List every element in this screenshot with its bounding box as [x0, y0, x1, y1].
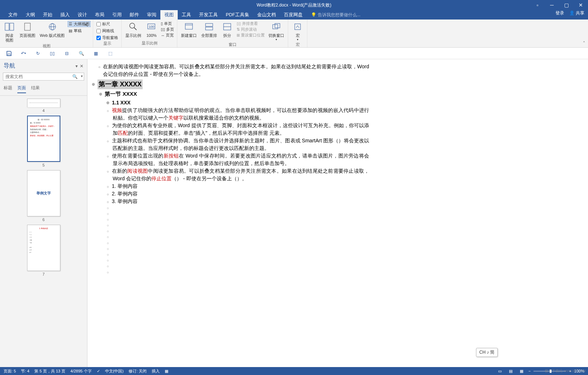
- collapse-icon[interactable]: ⊕: [91, 82, 95, 87]
- page-icon: [22, 21, 33, 33]
- ribbon-group-window: 新建窗口 全部重排 拆分 ▯▯并排查看 ⇅同步滚动 ⊞重设窗口位置 切换窗口 ▾…: [177, 20, 288, 47]
- minimize-icon[interactable]: ─: [545, 0, 559, 10]
- nav-options-icon[interactable]: ▾: [75, 64, 78, 69]
- undo-icon[interactable]: ↶▾: [20, 49, 27, 57]
- status-words[interactable]: 4/2895 个字: [70, 368, 92, 374]
- zoom-out-icon[interactable]: −: [528, 369, 531, 373]
- save-icon[interactable]: [5, 49, 13, 57]
- tab-kingsoft[interactable]: 金山文档: [253, 10, 280, 20]
- ruler-checkbox[interactable]: 标尺: [95, 21, 119, 27]
- status-section[interactable]: 节: 4: [21, 368, 29, 374]
- tell-me-search[interactable]: 💡 告诉我您想要做什么...: [311, 10, 360, 20]
- single-page-button[interactable]: ▯单页: [160, 21, 175, 26]
- login-link[interactable]: 登录: [555, 10, 564, 16]
- split-icon: [221, 21, 233, 33]
- thumb-page-6[interactable]: 举例文字 6: [27, 170, 60, 222]
- thumb-page-7[interactable]: 1.举例内容 • 一• 二• 三• 四• 五 a bc de f 7: [27, 225, 60, 276]
- tab-file[interactable]: 文件: [4, 10, 22, 20]
- document-area[interactable]: ○在新的阅读视图中阅读更加容易。可以折叠文档某些部分并关注所需文本。如果在达到结…: [87, 59, 588, 367]
- svg-point-6: [130, 23, 135, 28]
- ribbon-group-views: 阅读 视图 页面视图 Web 版式视图 ☰ 大纲视图 ↖ ▤ 草稿: [0, 20, 93, 47]
- nav-close-icon[interactable]: ✕: [80, 64, 83, 69]
- share-button[interactable]: 👤 共享: [569, 10, 584, 16]
- status-page-of[interactable]: 第 5 页，共 13 页: [34, 368, 65, 374]
- tab-review[interactable]: 审阅: [143, 10, 160, 20]
- switch-window-button[interactable]: 切换窗口 ▾: [267, 20, 286, 42]
- page-width-button[interactable]: ↔页宽: [160, 33, 175, 38]
- ribbon-options-icon[interactable]: ▫: [530, 0, 545, 10]
- nav-tab-headings[interactable]: 标题: [4, 85, 12, 93]
- zoom-in-icon[interactable]: +: [569, 369, 571, 373]
- navpane-checkbox[interactable]: 导航窗格: [95, 35, 119, 41]
- outline-icon: ☰: [69, 22, 72, 26]
- zoom-button[interactable]: 显示比例: [124, 20, 143, 39]
- status-record-icon[interactable]: ▦: [165, 369, 168, 374]
- svg-line-7: [134, 27, 137, 30]
- collapse-icon[interactable]: ⊕: [105, 100, 110, 105]
- object-icon[interactable]: ⬚: [106, 49, 114, 57]
- search-icon[interactable]: 🔍: [72, 74, 78, 79]
- reading-view-button[interactable]: 阅读 视图: [2, 20, 17, 43]
- insert-chart-icon[interactable]: ▦: [92, 49, 100, 57]
- globe-icon: [47, 21, 58, 33]
- single-page-icon: ▯: [161, 21, 163, 26]
- multi-page-button[interactable]: ▯▯多页: [160, 27, 175, 32]
- reset-window-button: ⊞重设窗口位置: [236, 33, 265, 38]
- nav-tab-pages[interactable]: 页面: [17, 85, 26, 93]
- thumb-page-5[interactable]: 第一章 XXXXX 第一节 XXXX 视频提供了功能强大…关键字… 为使你的文档…: [27, 116, 60, 167]
- web-layout-icon[interactable]: ▦: [518, 368, 526, 374]
- status-spellcheck-icon[interactable]: ✓: [97, 369, 100, 374]
- tab-tools[interactable]: 工具: [178, 10, 195, 20]
- collapse-ribbon-icon[interactable]: ˄: [583, 41, 585, 46]
- columns-icon[interactable]: ▯▯: [48, 49, 56, 57]
- new-window-button[interactable]: 新建窗口: [180, 20, 198, 39]
- tab-design[interactable]: 设计: [74, 10, 91, 20]
- tab-insert[interactable]: 插入: [56, 10, 74, 20]
- gridlines-checkbox[interactable]: 网格线: [95, 28, 119, 34]
- tab-references[interactable]: 引用: [108, 10, 126, 20]
- tab-view[interactable]: 视图: [160, 10, 178, 20]
- tab-layout[interactable]: 布局: [91, 10, 108, 20]
- svg-rect-10: [185, 23, 193, 29]
- status-track[interactable]: 修订: 关闭: [129, 368, 147, 374]
- arrange-all-button[interactable]: 全部重排: [200, 20, 219, 39]
- rows-icon[interactable]: ⊟: [63, 49, 71, 57]
- tab-outline[interactable]: 大纲: [22, 10, 39, 20]
- zoom-100-button[interactable]: 100 100%: [144, 20, 159, 39]
- arrange-icon: [203, 21, 215, 33]
- draft-view-button[interactable]: ▤ 草稿: [68, 28, 91, 34]
- svg-rect-2: [25, 23, 30, 30]
- ime-indicator[interactable]: CH ♪ 简: [476, 348, 498, 357]
- page-view-button[interactable]: 页面视图: [18, 20, 37, 39]
- outline-view-button[interactable]: ☰ 大纲视图 ↖: [68, 21, 91, 27]
- read-mode-icon[interactable]: ▭: [496, 368, 504, 374]
- status-language[interactable]: 中文(中国): [105, 368, 124, 374]
- collapse-icon[interactable]: ⊕: [98, 92, 103, 96]
- svg-rect-1: [10, 23, 14, 30]
- tab-baidu[interactable]: 百度网盘: [280, 10, 307, 20]
- split-button[interactable]: 拆分: [220, 20, 234, 39]
- maximize-icon[interactable]: ▢: [559, 0, 574, 10]
- print-layout-icon[interactable]: ▤: [507, 368, 515, 374]
- redo-icon[interactable]: ↻: [34, 49, 42, 57]
- tab-mailings[interactable]: 邮件: [126, 10, 143, 20]
- chevron-down-icon: ▾: [297, 38, 298, 41]
- ribbon-group-zoom: 显示比例 100 100% ▯单页 ▯▯多页 ↔页宽 显示比例: [122, 20, 177, 47]
- search-dropdown-icon[interactable]: ▾: [81, 74, 83, 78]
- tab-home[interactable]: 开始: [39, 10, 56, 20]
- ribbon: 阅读 视图 页面视图 Web 版式视图 ☰ 大纲视图 ↖ ▤ 草稿: [0, 20, 588, 48]
- tab-pdf[interactable]: PDF工具集: [222, 10, 253, 20]
- nav-tab-results[interactable]: 结果: [31, 85, 40, 93]
- thumb-page-4[interactable]: 4: [27, 99, 60, 113]
- svg-rect-13: [206, 27, 213, 30]
- close-icon[interactable]: ✕: [574, 0, 588, 10]
- zoom-slider[interactable]: [533, 371, 566, 372]
- status-insert[interactable]: 插入: [152, 368, 160, 374]
- svg-rect-0: [5, 23, 9, 30]
- page-preview-icon[interactable]: 🔍: [77, 49, 85, 57]
- zoom-level[interactable]: 100%: [574, 369, 584, 373]
- macro-button[interactable]: 宏 ▾: [290, 20, 305, 42]
- tab-developer[interactable]: 开发工具: [195, 10, 222, 20]
- web-view-button[interactable]: Web 版式视图: [38, 20, 66, 39]
- status-page[interactable]: 页面: 5: [4, 368, 16, 374]
